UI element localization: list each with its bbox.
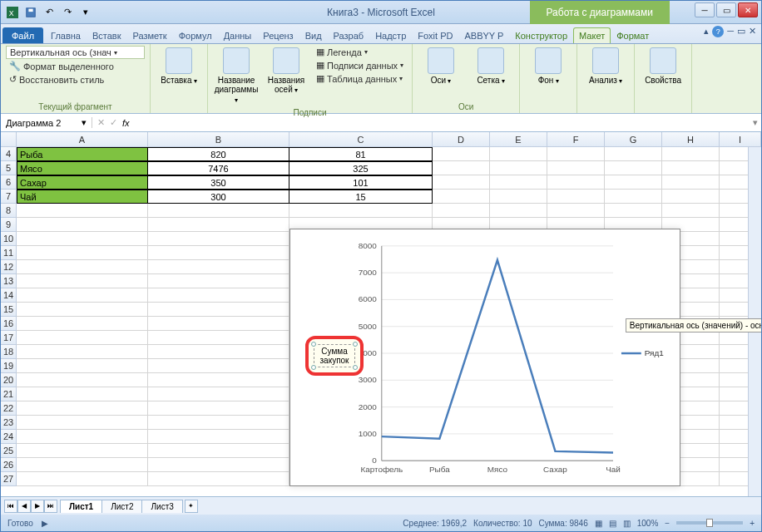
cell[interactable] xyxy=(605,175,662,190)
resize-handle[interactable] xyxy=(353,342,358,347)
legend-button[interactable]: ▦Легенда xyxy=(313,46,407,58)
view-page-break-icon[interactable]: ▥ xyxy=(623,519,631,528)
maximize-button[interactable]: ▭ xyxy=(716,2,736,17)
cell[interactable] xyxy=(148,444,289,458)
cell[interactable] xyxy=(547,204,605,218)
format-selection-button[interactable]: 🔧Формат выделенного xyxy=(6,60,145,72)
cell[interactable]: 325 xyxy=(289,161,433,175)
cell[interactable] xyxy=(17,218,148,232)
cell[interactable] xyxy=(17,387,148,401)
cell[interactable] xyxy=(662,147,720,161)
view-normal-icon[interactable]: ▦ xyxy=(595,519,602,528)
cell[interactable] xyxy=(289,204,433,218)
row-header[interactable]: 24 xyxy=(1,430,17,444)
tab-chart-design[interactable]: Конструктор xyxy=(509,27,573,43)
row-header[interactable]: 12 xyxy=(1,260,17,274)
cell[interactable] xyxy=(662,190,720,204)
cell[interactable] xyxy=(17,331,148,345)
zoom-in-button[interactable]: + xyxy=(750,519,755,528)
cell[interactable] xyxy=(490,161,547,175)
cell[interactable]: Сахар xyxy=(17,175,148,190)
cell[interactable] xyxy=(17,232,148,246)
cell[interactable] xyxy=(17,416,148,430)
cell[interactable] xyxy=(433,204,490,218)
tab-addins[interactable]: Надстр xyxy=(369,27,412,43)
cell[interactable] xyxy=(490,190,547,204)
sheet-tab[interactable]: Лист2 xyxy=(101,500,142,513)
resize-handle[interactable] xyxy=(311,342,316,347)
col-header-E[interactable]: E xyxy=(490,132,547,147)
cell[interactable] xyxy=(148,303,289,317)
cell[interactable]: Чай xyxy=(17,190,148,204)
background-button[interactable]: Фон xyxy=(525,46,572,87)
fx-icon[interactable]: fx xyxy=(122,118,130,128)
cell[interactable] xyxy=(148,204,289,218)
sheet-tab[interactable]: Лист3 xyxy=(141,500,182,513)
new-sheet-button[interactable]: ✦ xyxy=(185,500,198,513)
row-header[interactable]: 26 xyxy=(1,458,17,472)
cell[interactable] xyxy=(148,430,289,444)
row-header[interactable]: 9 xyxy=(1,218,17,232)
cell[interactable] xyxy=(433,190,490,204)
cell[interactable] xyxy=(148,472,289,486)
embedded-chart[interactable]: 010002000300040005000600070008000Картофе… xyxy=(289,229,680,486)
resize-handle[interactable] xyxy=(353,365,358,370)
tab-formulas[interactable]: Формул xyxy=(173,27,218,43)
row-header[interactable]: 11 xyxy=(1,246,17,260)
properties-button[interactable]: Свойства xyxy=(640,46,686,86)
cell[interactable] xyxy=(433,147,490,161)
accept-formula-icon[interactable]: ✓ xyxy=(110,117,117,128)
col-header-B[interactable]: B xyxy=(148,132,289,147)
cell[interactable] xyxy=(17,345,148,359)
chart-title-button[interactable]: Название диаграммы xyxy=(213,46,260,106)
qat-dropdown-icon[interactable]: ▾ xyxy=(77,4,94,21)
zoom-level[interactable]: 100% xyxy=(637,519,659,528)
cell[interactable] xyxy=(148,458,289,472)
cell[interactable] xyxy=(490,147,547,161)
axis-title-textbox[interactable]: Сумма закупок xyxy=(314,344,355,367)
tab-review[interactable]: Реценз xyxy=(257,27,299,43)
redo-icon[interactable]: ↷ xyxy=(59,4,76,21)
col-header-A[interactable]: A xyxy=(17,132,148,147)
formula-input[interactable] xyxy=(135,118,745,128)
cell[interactable] xyxy=(148,260,289,274)
cell[interactable] xyxy=(605,190,662,204)
excel-icon[interactable]: X xyxy=(4,4,21,21)
minimize-ribbon-icon[interactable]: ▴ xyxy=(704,26,709,37)
cell[interactable] xyxy=(148,218,289,232)
close-button[interactable]: ✕ xyxy=(738,2,758,17)
row-header[interactable]: 22 xyxy=(1,401,17,416)
reset-style-button[interactable]: ↺Восстановить стиль xyxy=(6,73,145,86)
cell[interactable] xyxy=(148,232,289,246)
undo-icon[interactable]: ↶ xyxy=(41,4,57,21)
cell[interactable] xyxy=(17,204,148,218)
zoom-out-button[interactable]: − xyxy=(665,519,670,528)
row-header[interactable]: 15 xyxy=(1,303,17,317)
cell[interactable] xyxy=(148,274,289,288)
row-header[interactable]: 19 xyxy=(1,359,17,373)
view-page-layout-icon[interactable]: ▤ xyxy=(609,519,616,528)
cell[interactable] xyxy=(490,204,547,218)
cell[interactable] xyxy=(17,317,148,331)
sheet-nav-prev[interactable]: ◀ xyxy=(17,500,31,513)
cell[interactable]: 350 xyxy=(148,175,289,190)
row-header[interactable]: 21 xyxy=(1,387,17,401)
row-header[interactable]: 4 xyxy=(1,147,17,161)
cell[interactable] xyxy=(662,204,720,218)
cell[interactable] xyxy=(17,274,148,288)
file-tab[interactable]: Файл xyxy=(2,27,43,43)
sheet-nav-first[interactable]: ⏮ xyxy=(4,500,17,513)
cell[interactable] xyxy=(433,161,490,175)
cell[interactable] xyxy=(17,373,148,387)
cell[interactable] xyxy=(17,260,148,274)
cell[interactable] xyxy=(17,401,148,416)
expand-formula-bar-icon[interactable]: ▾ xyxy=(750,117,761,128)
col-header-C[interactable]: C xyxy=(289,132,433,147)
cell[interactable]: 81 xyxy=(289,147,433,161)
gridlines-button[interactable]: Сетка xyxy=(468,46,514,87)
data-table-button[interactable]: ▦Таблица данных xyxy=(313,72,407,85)
cell[interactable] xyxy=(148,331,289,345)
col-header-G[interactable]: G xyxy=(605,132,662,147)
cell[interactable] xyxy=(490,175,547,190)
select-all-corner[interactable] xyxy=(1,132,17,147)
